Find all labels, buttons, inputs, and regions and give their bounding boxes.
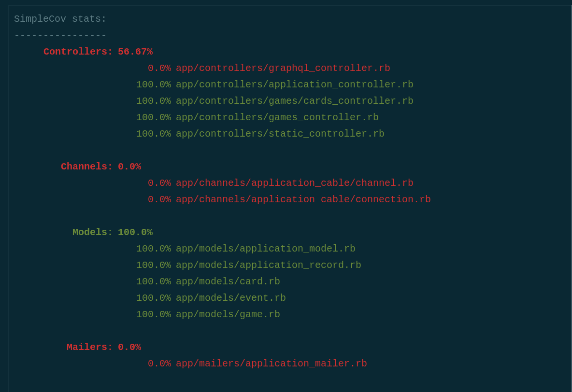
group-coverage-percent: 0.0% (113, 159, 166, 175)
file-path: app/models/event.rb (171, 290, 286, 307)
file-coverage-percent: 100.0% (14, 77, 171, 93)
file-path: app/controllers/application_controller.r… (171, 77, 414, 93)
file-coverage-row: 0.0%app/mailers/application_mailer.rb (14, 356, 567, 372)
file-path: app/models/application_record.rb (171, 257, 361, 274)
file-coverage-row: 100.0%app/models/event.rb (14, 290, 567, 307)
file-path: app/channels/application_cable/connectio… (171, 192, 431, 208)
file-path: app/models/application_model.rb (171, 241, 356, 257)
file-coverage-percent: 0.0% (14, 356, 171, 372)
group-spacer (14, 208, 567, 224)
group-coverage-percent: 56.67% (113, 44, 166, 60)
coverage-group-header: Mailers:0.0% (14, 339, 567, 356)
file-coverage-percent: 0.0% (14, 175, 171, 192)
group-label: Channels: (14, 159, 113, 175)
divider-line: ---------------- (14, 28, 567, 44)
file-coverage-percent: 100.0% (14, 93, 171, 110)
group-label: Models: (14, 224, 113, 241)
file-coverage-percent: 100.0% (14, 307, 171, 323)
group-spacer (14, 323, 567, 339)
file-coverage-percent: 100.0% (14, 126, 171, 142)
file-path: app/models/card.rb (171, 274, 280, 290)
file-path: app/controllers/static_controller.rb (171, 126, 385, 142)
file-coverage-percent: 0.0% (14, 192, 171, 208)
group-label: Controllers: (14, 44, 113, 60)
file-path: app/models/game.rb (171, 307, 280, 323)
coverage-group-header: Channels:0.0% (14, 159, 567, 175)
file-coverage-percent: 100.0% (14, 257, 171, 274)
stats-header: SimpleCov stats: (14, 11, 567, 28)
file-path: app/controllers/games/cards_controller.r… (171, 93, 414, 110)
file-coverage-row: 100.0%app/controllers/games_controller.r… (14, 110, 567, 126)
group-spacer (14, 142, 567, 159)
file-coverage-row: 100.0%app/controllers/application_contro… (14, 77, 567, 93)
file-coverage-row: 100.0%app/models/card.rb (14, 274, 567, 290)
file-coverage-row: 100.0%app/models/game.rb (14, 307, 567, 323)
file-path: app/mailers/application_mailer.rb (171, 356, 367, 372)
file-coverage-percent: 100.0% (14, 110, 171, 126)
file-coverage-percent: 100.0% (14, 290, 171, 307)
file-coverage-row: 100.0%app/controllers/games/cards_contro… (14, 93, 567, 110)
terminal-output: SimpleCov stats: ---------------- Contro… (9, 5, 572, 392)
coverage-group-header: Models:100.0% (14, 224, 567, 241)
file-coverage-row: 100.0%app/models/application_model.rb (14, 241, 567, 257)
file-coverage-percent: 100.0% (14, 241, 171, 257)
coverage-groups: Controllers:56.67%0.0%app/controllers/gr… (14, 44, 567, 372)
file-path: app/controllers/games_controller.rb (171, 110, 379, 126)
file-path: app/channels/application_cable/channel.r… (171, 175, 414, 192)
group-coverage-percent: 0.0% (113, 339, 166, 356)
file-coverage-row: 100.0%app/controllers/static_controller.… (14, 126, 567, 142)
coverage-group-header: Controllers:56.67% (14, 44, 567, 60)
file-coverage-row: 0.0%app/channels/application_cable/conne… (14, 192, 567, 208)
file-path: app/controllers/graphql_controller.rb (171, 60, 390, 77)
group-coverage-percent: 100.0% (113, 224, 166, 241)
file-coverage-row: 0.0%app/controllers/graphql_controller.r… (14, 60, 567, 77)
file-coverage-row: 100.0%app/models/application_record.rb (14, 257, 567, 274)
file-coverage-row: 0.0%app/channels/application_cable/chann… (14, 175, 567, 192)
file-coverage-percent: 100.0% (14, 274, 171, 290)
file-coverage-percent: 0.0% (14, 60, 171, 77)
group-label: Mailers: (14, 339, 113, 356)
